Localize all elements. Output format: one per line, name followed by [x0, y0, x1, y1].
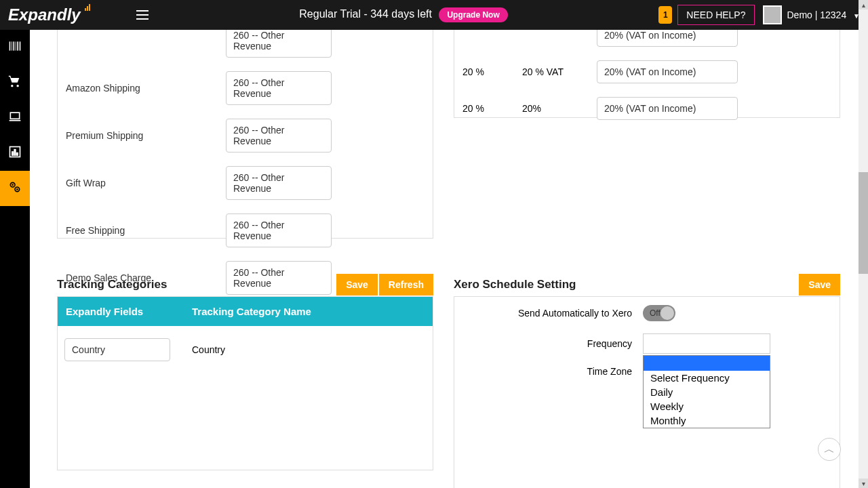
schedule-frequency-row: Frequency Select Frequency Daily Weekly … — [467, 333, 827, 354]
tax-row: 20% (VAT on Income) — [454, 30, 840, 54]
brand-text: Expandly — [8, 5, 81, 24]
schedule-save-button[interactable]: Save — [799, 274, 840, 296]
tax-name: 20 % VAT — [522, 66, 597, 77]
svg-rect-5 — [20, 41, 21, 50]
schedule-auto-row: Send Automatically to Xero Off — [467, 305, 827, 321]
tax-mapping-select[interactable]: 20% (VAT on Income) — [597, 60, 738, 83]
frequency-option[interactable]: Select Frequency — [644, 371, 770, 385]
trial-text: Regular Trial - 344 days left — [299, 8, 432, 20]
laptop-icon — [8, 110, 22, 126]
frequency-wrap: Select Frequency Daily Weekly Monthly — [643, 333, 770, 354]
tracking-table: Expandly Fields Tracking Category Name C… — [57, 296, 433, 470]
chart-icon — [8, 145, 22, 161]
barcode-icon — [8, 39, 22, 56]
tracking-buttons: Save Refresh — [336, 274, 433, 296]
tracking-table-head: Expandly Fields Tracking Category Name — [58, 297, 433, 326]
scrollbar-down-button[interactable]: ▾ — [859, 479, 868, 488]
tax-name: 20% — [522, 103, 597, 114]
frequency-option[interactable]: Weekly — [644, 399, 770, 413]
tracking-th-fields: Expandly Fields — [66, 306, 192, 317]
help-button[interactable]: NEED HELP? — [677, 5, 754, 25]
svg-rect-1 — [12, 41, 12, 50]
svg-point-15 — [16, 188, 18, 190]
scroll-to-top-button[interactable]: ︿ — [818, 438, 841, 461]
toggle-knob — [660, 306, 674, 320]
svg-rect-10 — [14, 150, 16, 155]
schedule-header: Xero Schedule Setting Save — [454, 274, 840, 296]
revenue-select[interactable]: 260 -- Other Revenue — [226, 30, 332, 58]
cart-icon — [8, 75, 22, 91]
svg-rect-6 — [10, 113, 19, 119]
frequency-select[interactable] — [643, 333, 770, 354]
revenue-label: Premium Shipping — [66, 130, 212, 141]
svg-rect-3 — [16, 41, 16, 50]
tracking-save-button[interactable]: Save — [336, 274, 378, 296]
tracking-table-body: Country — [58, 326, 433, 470]
notification-badge[interactable]: 1 — [658, 6, 672, 24]
logo-bars-icon — [85, 4, 90, 11]
tax-mapping-panel: 20% (VAT on Income) 20 % 20 % VAT 20% (V… — [454, 30, 840, 118]
timezone-label: Time Zone — [467, 366, 643, 377]
sidebar-item-barcode[interactable] — [0, 30, 30, 65]
revenue-row: Gift Wrap 260 -- Other Revenue — [58, 159, 433, 207]
scrollbar-up-button[interactable]: ▴ — [859, 0, 868, 9]
frequency-option-blank[interactable] — [644, 356, 770, 371]
auto-send-toggle[interactable]: Off — [643, 305, 675, 321]
sidebar-item-settings[interactable] — [0, 171, 30, 206]
user-avatar[interactable] — [763, 5, 782, 24]
tracking-refresh-button[interactable]: Refresh — [379, 274, 433, 296]
sidebar-item-laptop[interactable] — [0, 100, 30, 136]
user-menu[interactable]: Demo | 12324 ▼ — [787, 9, 861, 20]
frequency-option[interactable]: Monthly — [644, 413, 770, 428]
svg-rect-2 — [14, 41, 15, 50]
revenue-select[interactable]: 260 -- Other Revenue — [226, 166, 332, 200]
menu-hamburger-icon[interactable] — [136, 10, 149, 20]
svg-rect-0 — [9, 41, 11, 50]
tracking-th-category: Tracking Category Name — [192, 306, 425, 317]
tracking-categories-section: Tracking Categories Save Refresh Expandl… — [57, 274, 433, 470]
svg-rect-11 — [17, 153, 18, 155]
tax-row: 20 % 20 % VAT 20% (VAT on Income) — [454, 54, 840, 90]
svg-rect-9 — [12, 152, 14, 155]
revenue-select[interactable]: 260 -- Other Revenue — [226, 71, 332, 105]
tax-rate: 20 % — [462, 103, 522, 114]
settings-gears-icon — [8, 180, 22, 197]
chevron-up-icon: ︿ — [824, 443, 835, 457]
toggle-state-label: Off — [650, 308, 660, 318]
trial-status: Regular Trial - 344 days left Upgrade No… — [149, 7, 659, 22]
schedule-title: Xero Schedule Setting — [454, 278, 576, 291]
sidebar-item-cart[interactable] — [0, 65, 30, 100]
tax-mapping-select[interactable]: 20% (VAT on Income) — [597, 30, 738, 47]
svg-point-13 — [12, 184, 14, 186]
main-content: 260 -- Other Revenue Amazon Shipping 260… — [30, 30, 859, 488]
revenue-select[interactable]: 260 -- Other Revenue — [226, 119, 332, 152]
tracking-category-text: Country — [192, 344, 225, 355]
revenue-mapping-panel: 260 -- Other Revenue Amazon Shipping 260… — [57, 30, 433, 239]
tracking-field-input[interactable] — [64, 338, 170, 361]
frequency-label: Frequency — [467, 338, 643, 349]
top-bar: Expandly Regular Trial - 344 days left U… — [0, 0, 868, 30]
tax-rate: 20 % — [462, 66, 522, 77]
scrollbar-thumb[interactable] — [859, 172, 868, 274]
revenue-row: Free Shipping 260 -- Other Revenue — [58, 207, 433, 254]
sidebar — [0, 30, 30, 488]
tax-row: 20 % 20% 20% (VAT on Income) — [454, 90, 840, 127]
frequency-dropdown: Select Frequency Daily Weekly Monthly — [643, 355, 770, 428]
sidebar-item-chart[interactable] — [0, 136, 30, 171]
tax-mapping-select[interactable]: 20% (VAT on Income) — [597, 97, 738, 120]
revenue-label: Gift Wrap — [66, 178, 212, 188]
scrollbar-track[interactable] — [859, 9, 868, 479]
revenue-select[interactable]: 260 -- Other Revenue — [226, 214, 332, 247]
revenue-row: 260 -- Other Revenue — [58, 30, 433, 64]
schedule-panel: Send Automatically to Xero Off Frequency… — [454, 296, 840, 488]
schedule-auto-label: Send Automatically to Xero — [467, 308, 643, 319]
tracking-title: Tracking Categories — [57, 278, 167, 291]
upgrade-button[interactable]: Upgrade Now — [439, 7, 507, 22]
revenue-row: Amazon Shipping 260 -- Other Revenue — [58, 64, 433, 112]
revenue-row: Premium Shipping 260 -- Other Revenue — [58, 112, 433, 159]
svg-rect-4 — [17, 41, 18, 50]
revenue-label: Free Shipping — [66, 225, 212, 236]
frequency-option[interactable]: Daily — [644, 385, 770, 399]
tracking-header: Tracking Categories Save Refresh — [57, 274, 433, 296]
brand-logo: Expandly — [8, 5, 89, 24]
